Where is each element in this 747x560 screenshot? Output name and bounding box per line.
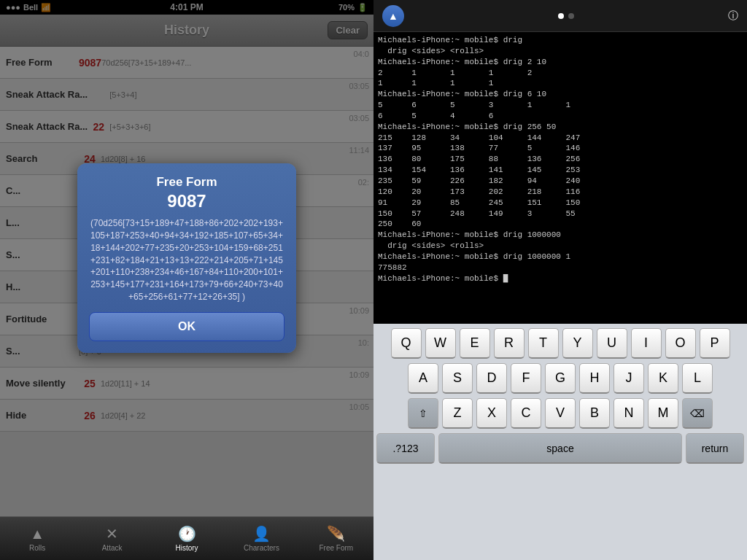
tab-bar: ▲ Rolls ✕ Attack 🕐 History 👤 Characters … (0, 516, 374, 560)
key-k[interactable]: K (648, 363, 678, 394)
key-h[interactable]: H (579, 363, 610, 394)
tab-rolls[interactable]: ▲ Rolls (0, 526, 74, 552)
tab-characters[interactable]: 👤 Characters (224, 525, 298, 552)
terminal-line: 250 60 (378, 219, 743, 230)
keyboard-row-1: Q W E R T Y U I O P (376, 328, 744, 359)
terminal-line: 5 6 5 3 1 1 (378, 100, 743, 111)
key-i[interactable]: I (631, 328, 662, 359)
terminal-line: 775882 (378, 262, 743, 273)
terminal-dot-2 (568, 13, 574, 19)
terminal-line: drig <sides> <rolls> (378, 46, 743, 57)
left-panel: ●●● Bell 📶 4:01 PM 70% 🔋 History Clear F… (0, 0, 374, 560)
terminal-page-dots (558, 13, 574, 19)
characters-label: Characters (244, 544, 279, 552)
key-d[interactable]: D (476, 363, 507, 394)
key-o[interactable]: O (665, 328, 696, 359)
freeform-icon: 🪶 (327, 525, 345, 542)
terminal-line: Michaels-iPhone:~ mobile$ drig 1000000 1 (378, 252, 743, 262)
space-key[interactable]: space (438, 433, 682, 464)
return-key[interactable]: return (686, 433, 744, 464)
rolls-icon: ▲ (30, 526, 44, 542)
terminal-line: Michaels-iPhone:~ mobile$ drig 6 10 (378, 89, 743, 100)
terminal-line: Michaels-iPhone:~ mobile$ drig 2 10 (378, 57, 743, 68)
key-w[interactable]: W (425, 328, 456, 359)
key-u[interactable]: U (597, 328, 627, 359)
characters-icon: 👤 (252, 525, 271, 542)
ok-button[interactable]: OK (89, 312, 285, 341)
key-b[interactable]: B (579, 398, 610, 429)
terminal-line: 137 95 138 77 5 146 (378, 143, 743, 154)
key-p[interactable]: P (700, 328, 730, 359)
terminal-line: 91 29 85 245 151 150 (378, 198, 743, 209)
numbers-key[interactable]: .?123 (376, 433, 435, 464)
terminal-line: Michaels-iPhone:~ mobile$ █ (378, 273, 743, 284)
terminal-line: 2 1 1 1 2 (378, 68, 743, 79)
key-v[interactable]: V (545, 398, 576, 429)
key-c[interactable]: C (511, 398, 541, 429)
modal-overlay: Free Form 9087 (70d256[73+15+189+47+188+… (0, 0, 374, 516)
terminal-info-button[interactable]: ⓘ (728, 9, 738, 23)
terminal-line: 1 1 1 1 (378, 78, 743, 89)
terminal-line: Michaels-iPhone:~ mobile$ drig (378, 35, 743, 46)
terminal-nav: ▲ ⓘ (374, 0, 747, 32)
modal-subtitle: 9087 (89, 191, 285, 211)
terminal-line: 136 80 175 88 136 256 (378, 154, 743, 165)
key-g[interactable]: G (545, 363, 576, 394)
terminal-line: drig <sides> <rolls> (378, 241, 743, 252)
key-q[interactable]: Q (391, 328, 422, 359)
terminal-dot-1 (558, 13, 564, 19)
key-t[interactable]: T (528, 328, 559, 359)
modal-dialog: Free Form 9087 (70d256[73+15+189+47+188+… (77, 163, 296, 353)
tab-freeform[interactable]: 🪶 Free Form (299, 525, 374, 552)
history-icon: 🕐 (178, 525, 196, 542)
key-e[interactable]: E (460, 328, 490, 359)
key-s[interactable]: S (442, 363, 473, 394)
terminal-output: Michaels-iPhone:~ mobile$ drig drig <sid… (374, 32, 747, 324)
terminal-up-button[interactable]: ▲ (382, 5, 404, 27)
key-l[interactable]: L (682, 363, 713, 394)
modal-body: (70d256[73+15+189+47+188+86+202+202+193+… (89, 217, 285, 303)
key-n[interactable]: N (614, 398, 644, 429)
keyboard-row-2: A S D F G H J K L (376, 363, 744, 394)
freeform-label: Free Form (319, 544, 353, 552)
terminal-line: 120 20 173 202 218 116 (378, 187, 743, 198)
terminal-line: Michaels-iPhone:~ mobile$ drig 1000000 (378, 230, 743, 241)
shift-key[interactable]: ⇧ (408, 398, 438, 429)
rolls-label: Rolls (29, 544, 45, 552)
key-z[interactable]: Z (442, 398, 473, 429)
delete-key[interactable]: ⌫ (682, 398, 713, 429)
modal-title: Free Form (89, 175, 285, 190)
keyboard: Q W E R T Y U I O P A S D F G H J K L ⇧ … (374, 324, 747, 560)
terminal-line: 6 5 4 6 (378, 111, 743, 122)
terminal-line: 134 154 136 141 145 253 (378, 165, 743, 176)
tab-attack[interactable]: ✕ Attack (74, 525, 149, 552)
key-x[interactable]: X (476, 398, 507, 429)
key-a[interactable]: A (408, 363, 438, 394)
attack-label: Attack (102, 544, 123, 552)
key-r[interactable]: R (494, 328, 525, 359)
key-j[interactable]: J (614, 363, 644, 394)
tab-history[interactable]: 🕐 History (150, 525, 224, 552)
terminal-line: 150 57 248 149 3 55 (378, 209, 743, 219)
right-panel: ▲ ⓘ Michaels-iPhone:~ mobile$ drig drig … (374, 0, 747, 560)
key-f[interactable]: F (511, 363, 541, 394)
terminal-line: 235 59 226 182 94 240 (378, 176, 743, 187)
keyboard-row-3: ⇧ Z X C V B N M ⌫ (376, 398, 744, 429)
history-label: History (175, 544, 198, 552)
key-y[interactable]: Y (562, 328, 593, 359)
terminal-line: 215 128 34 104 144 247 (378, 133, 743, 144)
terminal-line: Michaels-iPhone:~ mobile$ drig 256 50 (378, 122, 743, 133)
attack-icon: ✕ (106, 525, 118, 542)
keyboard-row-4: .?123 space return (376, 433, 744, 464)
key-m[interactable]: M (648, 398, 678, 429)
